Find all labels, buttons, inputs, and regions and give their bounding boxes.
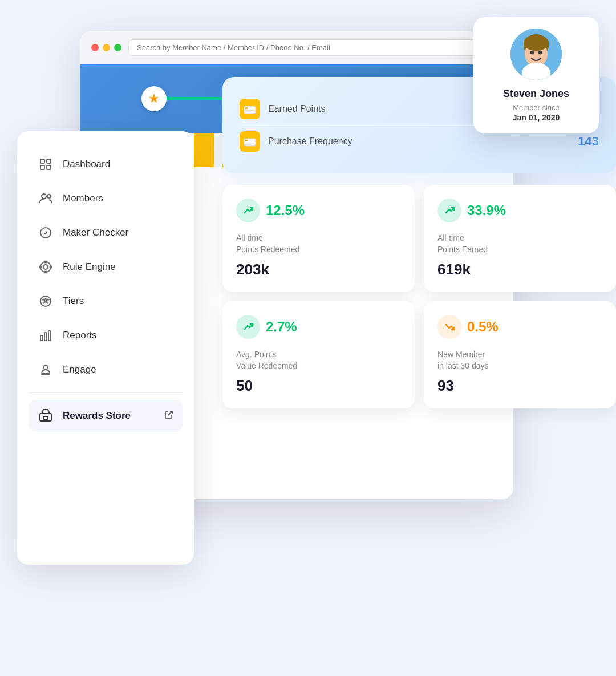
maker-checker-label: Maker Checker bbox=[63, 227, 128, 238]
svg-rect-7 bbox=[40, 159, 44, 163]
tiers-icon bbox=[38, 293, 54, 309]
svg-rect-9 bbox=[40, 165, 44, 169]
tiers-label: Tiers bbox=[63, 296, 84, 307]
engage-icon bbox=[38, 362, 54, 378]
svg-rect-29 bbox=[244, 106, 256, 114]
rule-engine-icon bbox=[38, 259, 54, 275]
svg-rect-33 bbox=[244, 139, 256, 146]
stat-badge-1: 33.9% bbox=[437, 199, 602, 222]
svg-point-11 bbox=[42, 194, 46, 199]
stat-percent-1: 33.9% bbox=[467, 203, 506, 218]
svg-rect-31 bbox=[245, 110, 254, 111]
svg-point-3 bbox=[524, 35, 549, 51]
minimize-button[interactable] bbox=[103, 44, 110, 51]
svg-rect-21 bbox=[40, 335, 43, 341]
svg-point-4 bbox=[530, 51, 534, 55]
engage-label: Engage bbox=[63, 364, 96, 375]
stat-description-1: All-time Points Earned bbox=[437, 233, 602, 255]
trend-icon-1 bbox=[437, 199, 461, 222]
stat-badge-2: 2.7% bbox=[236, 315, 401, 339]
frequency-value: 143 bbox=[578, 134, 599, 149]
stat-badge-3: 0.5% bbox=[437, 315, 602, 339]
maker-checker-icon bbox=[38, 225, 54, 241]
svg-rect-8 bbox=[47, 159, 51, 163]
stat-value-0: 203k bbox=[236, 261, 401, 278]
svg-rect-26 bbox=[40, 414, 51, 421]
svg-rect-34 bbox=[245, 140, 248, 141]
dashboard-icon bbox=[38, 156, 54, 172]
svg-rect-30 bbox=[245, 107, 248, 109]
svg-rect-27 bbox=[43, 416, 48, 419]
profile-since-date: Jan 01, 2020 bbox=[485, 113, 587, 122]
external-link-icon bbox=[164, 410, 173, 422]
earned-points-icon bbox=[240, 99, 260, 119]
sidebar-item-members[interactable]: Members bbox=[29, 183, 183, 214]
stat-percent-2: 2.7% bbox=[266, 319, 297, 335]
frequency-icon bbox=[240, 131, 260, 152]
stat-description-2: Avg. Points Value Redeemed bbox=[236, 349, 401, 371]
trend-icon-0 bbox=[236, 199, 260, 222]
svg-point-14 bbox=[40, 262, 51, 272]
svg-point-19 bbox=[50, 266, 52, 268]
reports-icon bbox=[38, 327, 54, 343]
profile-card: Steven Jones Member since Jan 01, 2020 bbox=[473, 17, 599, 133]
sidebar-item-tiers[interactable]: Tiers bbox=[29, 285, 183, 317]
svg-rect-22 bbox=[44, 333, 47, 341]
sidebar-item-engage[interactable]: Engage bbox=[29, 354, 183, 386]
svg-point-15 bbox=[43, 265, 48, 269]
frequency-label: Purchase Frequency bbox=[268, 136, 570, 147]
svg-point-5 bbox=[538, 51, 542, 55]
sidebar-item-dashboard[interactable]: Dashboard bbox=[29, 148, 183, 180]
svg-rect-36 bbox=[245, 144, 251, 145]
svg-rect-25 bbox=[42, 373, 50, 375]
maximize-button[interactable] bbox=[114, 44, 121, 51]
profile-since-label: Member since bbox=[485, 103, 587, 112]
star-node-1: ★ bbox=[141, 86, 167, 111]
rewards-store-icon bbox=[38, 408, 54, 424]
sidebar-item-rewards-store[interactable]: Rewards Store bbox=[29, 400, 183, 432]
stat-card-1: 33.9% All-time Points Earned 619k bbox=[424, 185, 616, 292]
sidebar-item-reports[interactable]: Reports bbox=[29, 319, 183, 351]
stat-description-0: All-time Points Redeemed bbox=[236, 233, 401, 255]
stat-value-1: 619k bbox=[437, 261, 602, 278]
svg-point-17 bbox=[45, 272, 47, 273]
trend-icon-2 bbox=[236, 315, 260, 339]
stat-description-3: New Member in last 30 days bbox=[437, 349, 602, 371]
svg-line-28 bbox=[168, 411, 172, 415]
svg-rect-32 bbox=[245, 112, 251, 113]
stat-percent-3: 0.5% bbox=[467, 319, 499, 335]
sidebar-item-rule-engine[interactable]: Rule Engine bbox=[29, 251, 183, 283]
stat-card-3: 0.5% New Member in last 30 days 93 bbox=[424, 301, 616, 408]
stats-grid: 12.5% All-time Points Redeemed 203k 33.9… bbox=[222, 185, 616, 408]
stat-percent-0: 12.5% bbox=[266, 203, 305, 218]
reports-label: Reports bbox=[63, 330, 97, 341]
profile-name: Steven Jones bbox=[485, 88, 587, 100]
members-label: Members bbox=[63, 193, 103, 204]
dashboard-label: Dashboard bbox=[63, 159, 110, 170]
trend-icon-3 bbox=[437, 315, 461, 339]
stat-value-3: 93 bbox=[437, 377, 602, 395]
sidebar-item-maker-checker[interactable]: Maker Checker bbox=[29, 217, 183, 249]
avatar bbox=[510, 29, 562, 80]
svg-rect-35 bbox=[245, 143, 254, 144]
svg-point-18 bbox=[40, 266, 42, 268]
nav-divider bbox=[29, 392, 183, 393]
stat-badge-0: 12.5% bbox=[236, 199, 401, 222]
stat-value-2: 50 bbox=[236, 377, 401, 395]
rule-engine-label: Rule Engine bbox=[63, 261, 116, 273]
sidebar: Dashboard Members Maker Checker bbox=[17, 131, 194, 565]
members-icon bbox=[38, 191, 54, 207]
stat-card-0: 12.5% All-time Points Redeemed 203k bbox=[222, 185, 415, 292]
browser-titlebar bbox=[80, 31, 513, 64]
svg-rect-23 bbox=[48, 331, 51, 341]
search-input[interactable] bbox=[128, 39, 502, 56]
traffic-lights bbox=[91, 44, 121, 51]
stat-card-2: 2.7% Avg. Points Value Redeemed 50 bbox=[222, 301, 415, 408]
close-button[interactable] bbox=[91, 44, 99, 51]
svg-rect-10 bbox=[47, 165, 51, 169]
rewards-store-label: Rewards Store bbox=[63, 410, 131, 422]
svg-point-12 bbox=[47, 195, 51, 198]
svg-point-24 bbox=[43, 365, 48, 370]
svg-point-16 bbox=[45, 261, 47, 263]
